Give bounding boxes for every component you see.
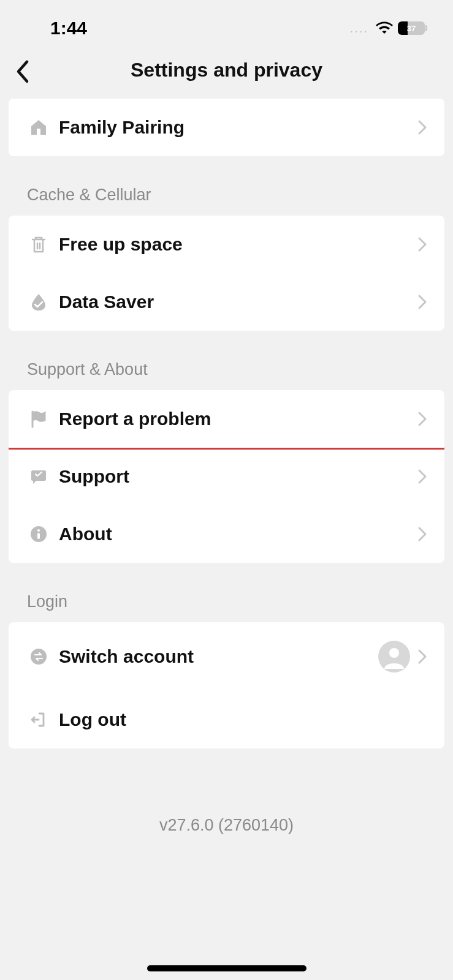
data-saver-row[interactable]: Data Saver: [9, 273, 444, 331]
chevron-right-icon: [417, 649, 427, 665]
house-icon: [29, 118, 48, 137]
switch-account-label: Switch account: [59, 646, 378, 667]
chevron-right-icon: [417, 119, 427, 135]
status-indicators: .... 37: [350, 21, 427, 36]
free-up-space-label: Free up space: [59, 234, 417, 255]
svg-rect-2: [37, 533, 40, 539]
report-problem-label: Report a problem: [59, 409, 417, 429]
chat-icon: [29, 467, 48, 486]
chevron-right-icon: [417, 411, 427, 427]
section-header-cache: Cache & Cellular: [9, 165, 444, 216]
chevron-right-icon: [417, 236, 427, 252]
section-header-login: Login: [9, 571, 444, 622]
report-problem-row[interactable]: Report a problem: [9, 390, 444, 450]
logout-row[interactable]: Log out: [9, 691, 444, 748]
about-label: About: [59, 524, 417, 545]
switch-account-row[interactable]: Switch account: [9, 622, 444, 691]
svg-point-4: [389, 648, 399, 658]
svg-point-1: [37, 529, 40, 532]
family-pairing-label: Family Pairing: [59, 117, 417, 138]
back-button[interactable]: [15, 58, 31, 85]
logout-label: Log out: [59, 709, 417, 730]
chevron-right-icon: [417, 469, 427, 484]
section-header-support: Support & About: [9, 339, 444, 390]
free-up-space-row[interactable]: Free up space: [9, 216, 444, 273]
status-bar: 1:44 .... 37: [0, 0, 453, 51]
support-label: Support: [59, 466, 417, 487]
home-indicator[interactable]: [147, 965, 306, 971]
svg-point-3: [31, 649, 47, 665]
switch-icon: [29, 647, 48, 666]
about-row[interactable]: About: [9, 505, 444, 563]
nav-header: Settings and privacy: [0, 51, 453, 94]
version-label: v27.6.0 (2760140): [0, 816, 453, 835]
status-time: 1:44: [50, 18, 87, 39]
chevron-right-icon: [417, 526, 427, 542]
family-pairing-row[interactable]: Family Pairing: [9, 99, 444, 156]
info-icon: [29, 525, 48, 543]
wifi-icon: [376, 21, 393, 35]
battery-percent: 37: [407, 24, 416, 33]
avatar-icon: [378, 641, 410, 673]
page-title: Settings and privacy: [12, 59, 441, 81]
trash-icon: [29, 235, 48, 254]
droplet-icon: [29, 293, 48, 311]
chevron-right-icon: [417, 294, 427, 310]
logout-icon: [29, 710, 48, 729]
support-row[interactable]: Support: [9, 448, 444, 505]
flag-icon: [29, 410, 48, 428]
data-saver-label: Data Saver: [59, 292, 417, 312]
cellular-dots-icon: ....: [350, 21, 368, 36]
battery-icon: 37: [398, 21, 427, 35]
